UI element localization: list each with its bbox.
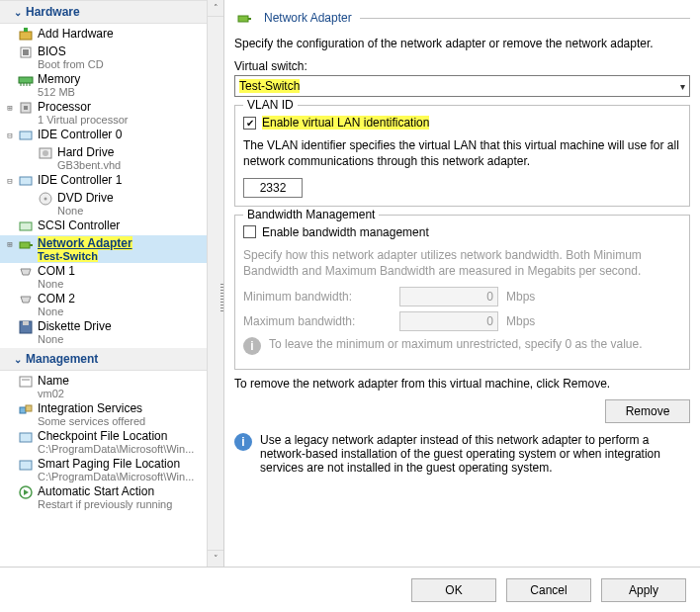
name-icon bbox=[18, 374, 34, 390]
svg-rect-21 bbox=[23, 321, 29, 325]
min-bandwidth-input[interactable]: 0 bbox=[399, 287, 498, 306]
chip-icon bbox=[18, 44, 34, 60]
memory-icon bbox=[18, 72, 34, 88]
tree-item-diskette[interactable]: Diskette Drive None bbox=[0, 318, 223, 346]
cancel-button[interactable]: Cancel bbox=[506, 578, 591, 602]
vlan-enable-label: Enable virtual LAN identification bbox=[262, 116, 429, 130]
bandwidth-legend: Bandwidth Management bbox=[243, 208, 379, 221]
svg-point-13 bbox=[43, 150, 48, 156]
tree-item-com1[interactable]: COM 1 None bbox=[0, 263, 223, 291]
tree-sublabel: 1 Virtual processor bbox=[38, 114, 221, 126]
diskette-icon bbox=[18, 319, 34, 335]
network-adapter-icon bbox=[236, 10, 252, 26]
integration-icon bbox=[18, 401, 34, 417]
tree-item-integration[interactable]: Integration Services Some services offer… bbox=[0, 400, 223, 428]
tree-item-com2[interactable]: COM 2 None bbox=[0, 291, 223, 318]
section-management-label: Management bbox=[26, 352, 98, 366]
min-bandwidth-label: Minimum bandwidth: bbox=[243, 290, 392, 304]
tree-label: Processor bbox=[38, 100, 221, 114]
tree-label: Automatic Start Action bbox=[38, 484, 221, 498]
smartpaging-icon bbox=[18, 457, 34, 473]
tree-item-memory[interactable]: Memory 512 MB bbox=[0, 71, 223, 99]
tree-label: COM 1 bbox=[38, 264, 221, 278]
vlan-enable-checkbox[interactable]: ✔ bbox=[243, 117, 256, 130]
info-icon: i bbox=[234, 433, 252, 451]
scroll-up-icon[interactable]: ˄ bbox=[208, 0, 223, 17]
svg-rect-3 bbox=[23, 49, 29, 55]
add-hardware-icon bbox=[18, 27, 34, 43]
bandwidth-enable-label: Enable bandwidth management bbox=[262, 225, 429, 239]
svg-rect-0 bbox=[20, 32, 32, 40]
bandwidth-group: Bandwidth Management Enable bandwidth ma… bbox=[234, 215, 690, 370]
expander-icon[interactable]: ⊞ bbox=[4, 100, 16, 116]
tree-item-ide0[interactable]: ⊟ IDE Controller 0 bbox=[0, 127, 223, 144]
tree-sublabel: Some services offered bbox=[38, 415, 221, 427]
collapse-caret-icon: ⌄ bbox=[14, 354, 22, 365]
bandwidth-zero-hint: To leave the minimum or maximum unrestri… bbox=[269, 337, 642, 351]
tree-label: SCSI Controller bbox=[38, 219, 221, 232]
tree-item-name[interactable]: Name vm02 bbox=[0, 373, 223, 400]
section-hardware[interactable]: ⌄ Hardware bbox=[0, 0, 223, 24]
remove-button[interactable]: Remove bbox=[605, 399, 690, 423]
bandwidth-hint: Specify how this network adapter utilize… bbox=[243, 247, 681, 279]
info-icon: i bbox=[243, 337, 261, 355]
tree-sublabel: None bbox=[38, 306, 221, 317]
tree-item-scsi[interactable]: SCSI Controller bbox=[0, 218, 223, 235]
virtual-switch-combo[interactable]: Test-Switch ▾ bbox=[234, 75, 690, 97]
controller-icon bbox=[18, 173, 34, 189]
settings-tree-panel: ˄ ˅ ⌄ Hardware Add Hardware bbox=[0, 0, 224, 567]
tree-label: Integration Services bbox=[38, 401, 221, 415]
max-bandwidth-input[interactable]: 0 bbox=[399, 311, 498, 331]
tree-item-bios[interactable]: BIOS Boot from CD bbox=[0, 44, 223, 71]
max-bandwidth-label: Maximum bandwidth: bbox=[243, 314, 392, 328]
tree-label: DVD Drive bbox=[57, 191, 221, 205]
tree-label: BIOS bbox=[38, 44, 221, 58]
com-port-icon bbox=[18, 264, 34, 280]
tree-item-dvddrive[interactable]: DVD Drive None bbox=[0, 190, 223, 218]
svg-rect-25 bbox=[26, 405, 32, 411]
controller-icon bbox=[18, 128, 34, 143]
scroll-down-icon[interactable]: ˅ bbox=[208, 550, 223, 567]
expander-icon[interactable]: ⊟ bbox=[4, 173, 16, 189]
tree-label: Name bbox=[38, 374, 221, 388]
svg-rect-18 bbox=[20, 242, 30, 248]
virtual-switch-label: Virtual switch: bbox=[234, 59, 690, 73]
dialog-footer: OK Cancel Apply bbox=[0, 568, 700, 612]
svg-rect-10 bbox=[24, 106, 28, 110]
apply-button[interactable]: Apply bbox=[601, 578, 686, 602]
tree-item-harddrive[interactable]: Hard Drive GB3bent.vhd bbox=[0, 144, 223, 172]
panel-title: Network Adapter bbox=[264, 11, 352, 25]
remove-hint: To remove the network adapter from this … bbox=[234, 376, 690, 392]
tree-sublabel: GB3bent.vhd bbox=[57, 159, 221, 171]
tree-item-ide1[interactable]: ⊟ IDE Controller 1 bbox=[0, 172, 223, 190]
tree-label: Memory bbox=[38, 72, 221, 86]
vlan-id-input[interactable]: 2332 bbox=[243, 178, 303, 198]
harddrive-icon bbox=[38, 145, 53, 161]
expander-icon[interactable]: ⊞ bbox=[4, 236, 16, 252]
tree-item-smartpaging[interactable]: Smart Paging File Location C:\ProgramDat… bbox=[0, 456, 223, 483]
detail-panel: Network Adapter Specify the configuratio… bbox=[224, 0, 700, 567]
svg-rect-29 bbox=[238, 16, 248, 22]
ok-button[interactable]: OK bbox=[411, 578, 496, 602]
tree-item-add-hardware[interactable]: Add Hardware bbox=[0, 26, 223, 44]
svg-point-16 bbox=[44, 198, 47, 201]
tree-item-autostart[interactable]: Automatic Start Action Restart if previo… bbox=[0, 483, 223, 511]
svg-rect-4 bbox=[19, 77, 33, 83]
com-port-icon bbox=[18, 292, 34, 307]
checkpoint-icon bbox=[18, 429, 34, 445]
tree-item-processor[interactable]: ⊞ Processor 1 Virtual processor bbox=[0, 99, 223, 127]
tree-label: Smart Paging File Location bbox=[38, 457, 221, 471]
chevron-down-icon: ▾ bbox=[680, 81, 685, 92]
tree-sublabel: Test-Switch bbox=[38, 250, 98, 262]
autostart-icon bbox=[18, 484, 34, 500]
tree-item-checkpoint[interactable]: Checkpoint File Location C:\ProgramData\… bbox=[0, 428, 223, 456]
tree-sublabel: Boot from CD bbox=[38, 58, 221, 70]
section-management[interactable]: ⌄ Management bbox=[0, 348, 223, 371]
bandwidth-enable-checkbox[interactable] bbox=[243, 225, 256, 238]
tree-sublabel: None bbox=[38, 333, 221, 345]
network-adapter-icon bbox=[18, 236, 34, 252]
svg-rect-11 bbox=[20, 131, 32, 139]
tree-sublabel: vm02 bbox=[38, 388, 221, 399]
expander-icon[interactable]: ⊟ bbox=[4, 128, 16, 143]
tree-item-network-adapter[interactable]: ⊞ Network Adapter Test-Switch bbox=[0, 235, 223, 263]
